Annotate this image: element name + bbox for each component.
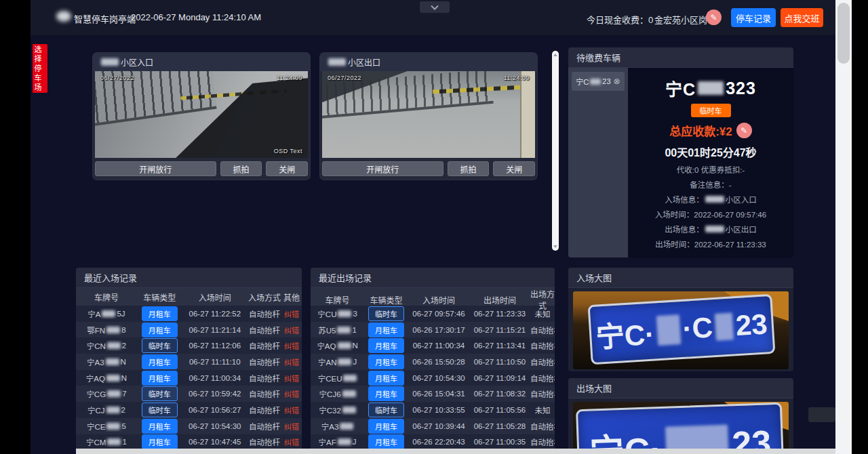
parking-records-button[interactable]: 停车记录 (731, 8, 776, 27)
sidewalk-strip (520, 71, 535, 158)
pending-body: 宁C 23 ⊗ 宁C 323 临时车 总应收款:¥2 ✎ (568, 68, 793, 257)
entry-time-cell: 06-27 10:54:30 (182, 422, 248, 430)
redacted-station-prefix (705, 226, 724, 232)
entry-time-cell: 06-26 22:20:43 (408, 438, 469, 446)
entry-time-cell: 06-27 11:12:06 (182, 342, 248, 350)
plate-text: N (353, 342, 358, 350)
plate-text: 宁C· (595, 310, 656, 355)
plate-text: 8 (121, 326, 125, 334)
plate-cell: 宁AFJ (311, 436, 364, 447)
window-scrollbar[interactable] (835, 0, 852, 454)
close-icon[interactable]: ⊗ (614, 77, 620, 86)
select-parking-lot-tab[interactable]: 选择停车场 (33, 44, 47, 93)
redacted-plate-part (107, 390, 121, 397)
entry-method-cell: 自动抬杆 (248, 308, 281, 319)
table-row: 宁CM1月租车06-27 10:47:45自动抬杆纠错 (76, 434, 302, 451)
vehicle-type-tag: 月租车 (368, 434, 404, 449)
vehicle-type-cell: 月租车 (364, 323, 408, 337)
exit-time-cell: 06-27 11:00:35 (469, 438, 530, 446)
edit-pencil-badge[interactable]: ✎ (706, 9, 722, 25)
correction-link[interactable]: 纠错 (281, 325, 302, 335)
horizontal-scrollbar[interactable] (76, 449, 835, 454)
correction-link[interactable]: 纠错 (281, 405, 302, 415)
close-gate-button[interactable]: 关闸 (493, 161, 535, 176)
camera-panel-entrance: 小区入口 06/27/2022 11:24:09 OSD Text 开闸放行 抓… (93, 53, 310, 180)
correction-link[interactable]: 纠错 (281, 308, 302, 319)
open-gate-button[interactable]: 开闸放行 (95, 161, 216, 176)
exit-time-cell: 06-27 11:10:50 (469, 358, 530, 366)
redacted-station-prefix (101, 58, 119, 66)
plate-text: N (121, 374, 127, 382)
open-gate-button[interactable]: 开闸放行 (322, 161, 443, 176)
entry-time-cell: 06-27 09:57:46 (408, 310, 469, 318)
entry-plate-photo[interactable]: 宁C· ·C 23 (573, 291, 789, 369)
camera-video-entrance[interactable]: 06/27/2022 11:24:09 OSD Text (95, 71, 308, 158)
correction-link[interactable]: 纠错 (281, 388, 302, 399)
vehicle-type-cell: 月租车 (137, 306, 182, 321)
vehicle-type-cell: 月租车 (364, 434, 408, 449)
plate-text: 23 (734, 308, 768, 342)
shift-change-button[interactable]: 点我交班 (781, 8, 823, 27)
plate-text: N (121, 358, 126, 366)
camera-video-exit[interactable]: 06/27/2022 11:24:09 (322, 71, 535, 158)
vehicle-type-tag: 临时车 (142, 403, 178, 417)
table-row: 宁CG7临时车06-27 10:59:42自动抬杆纠错 (76, 386, 302, 402)
scrollbar-thumb[interactable] (837, 3, 850, 64)
col-plate: 车牌号 (311, 294, 364, 306)
exit-plate-photo[interactable]: 宁C· 23 (573, 402, 789, 454)
vehicle-type-cell: 月租车 (364, 338, 408, 353)
entry-time-cell: 06-26 17:30:17 (408, 326, 469, 334)
redacted-plate-part (715, 312, 734, 341)
plate-text: ·C (682, 311, 713, 346)
entry-time-cell: 06-27 11:11:10 (182, 358, 248, 366)
plate-text: 5 (121, 422, 125, 430)
edit-amount-badge[interactable]: ✎ (736, 123, 752, 138)
plate-text: 7 (122, 390, 126, 398)
pending-detail: 宁C 323 临时车 总应收款:¥2 ✎ 00天01时25分47秒 代收:0 优… (628, 68, 793, 257)
correction-link[interactable]: 纠错 (281, 373, 302, 384)
table-row: 宁ANJ月租车06-26 15:50:2806-27 11:10:50自动抬杆 (311, 354, 555, 370)
plate-cell: 宁A5J (76, 308, 137, 319)
pending-vehicle-item[interactable]: 宁C 23 ⊗ (572, 72, 625, 91)
plate-cell: 宁CEU (311, 373, 364, 384)
snapshot-button[interactable]: 抓拍 (448, 161, 490, 176)
redacted-plate-part (338, 310, 351, 317)
osd-date: 06/27/2022 (100, 75, 134, 81)
exit-method-cell: 自动抬杆 (530, 325, 555, 335)
exit-time-cell: 06-27 11:23:33 (469, 310, 530, 318)
entry-photo-title: 入场大图 (568, 268, 793, 288)
plate-text: 宁AF (319, 436, 336, 447)
remark-line: 备注信息：- (690, 179, 731, 190)
plate-text: 2 (121, 406, 125, 414)
osd-label: OSD Text (274, 148, 302, 154)
plate-cell: 宁AQN (311, 340, 364, 351)
exit-time-cell: 06-27 11:09:14 (469, 374, 530, 382)
plate-text: 宁A (87, 308, 100, 319)
entry-method-cell: 自动抬杆 (248, 421, 281, 432)
correction-link[interactable]: 纠错 (281, 356, 302, 367)
table-row: 宁CJ6月租车06-26 15:04:3106-27 11:08:32自动抬杆 (311, 386, 555, 402)
collapse-topbar-button[interactable] (420, 1, 450, 13)
plate-text: 宁CJ6 (319, 388, 341, 399)
vehicle-type-cell: 临时车 (137, 338, 182, 353)
correction-link[interactable]: 纠错 (281, 436, 302, 447)
exit-info-label: 出场信息： (665, 224, 704, 234)
snapshot-button[interactable]: 抓拍 (220, 161, 262, 176)
table-row: 苏U51月租车06-26 17:30:1706-27 11:15:21自动抬杆 (311, 322, 555, 338)
vehicle-type-cell: 月租车 (364, 419, 408, 434)
correction-link[interactable]: 纠错 (281, 421, 302, 432)
vehicle-type-tag: 月租车 (368, 354, 404, 369)
exit-method-cell: 自动抬杆 (530, 436, 555, 447)
exit-method-cell: 自动抬杆 (530, 356, 555, 367)
entry-time-cell: 06-27 10:54:30 (408, 374, 469, 382)
redacted-plate-part (106, 407, 120, 413)
redacted-plate-part (106, 327, 120, 333)
close-gate-button[interactable]: 关闸 (266, 161, 308, 176)
exit-records-panel: 最近出场记录 车牌号 车辆类型 入场时间 出场时间 出场方式 宁CU3临时车06… (311, 268, 555, 454)
plate-text: 23 (602, 77, 610, 85)
correction-link[interactable]: 纠错 (281, 340, 302, 351)
inner-scrollbar[interactable] (552, 51, 559, 251)
vehicle-type-tag: 临时车 (142, 386, 178, 401)
plate-text: 宁CG (86, 388, 106, 399)
plate-text: 宁CN (87, 340, 106, 351)
